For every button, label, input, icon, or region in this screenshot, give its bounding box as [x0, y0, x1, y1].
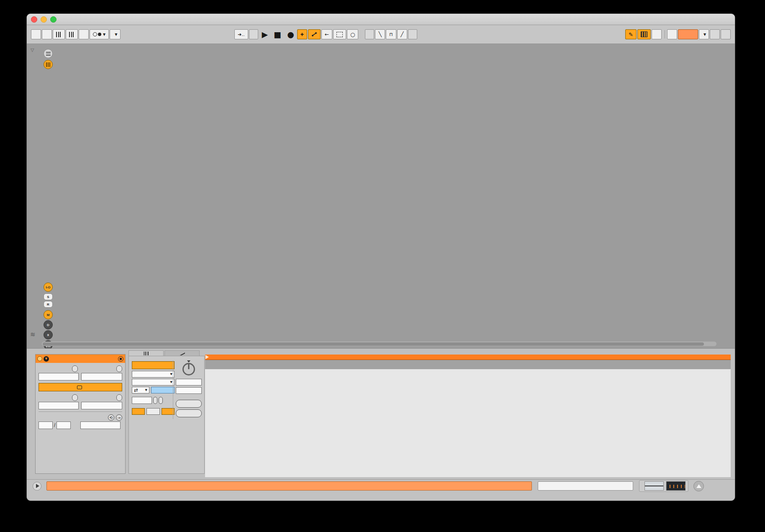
set-end-button[interactable] [116, 365, 122, 372]
groove-hotswap-icon[interactable]: ⟲ [108, 414, 114, 421]
transpose-knob[interactable] [182, 363, 195, 375]
session-record-button[interactable] [333, 29, 346, 39]
waveform-tab-icon [144, 352, 149, 355]
sample-properties-box: ⇄ [128, 356, 205, 474]
clip-title-bar[interactable]: ▼ [36, 355, 125, 363]
clip-overview[interactable] [538, 481, 633, 491]
fold-io-arrow-icon[interactable]: ▽ [31, 47, 34, 53]
warp-button[interactable] [132, 361, 175, 369]
horizontal-scrollbar[interactable] [42, 342, 716, 346]
clip-color-icon[interactable] [37, 356, 42, 361]
clip-detail-panel: ▼ [27, 348, 735, 479]
warp-mode-select[interactable] [132, 371, 175, 378]
computer-midi-keyboard-button[interactable] [637, 29, 651, 39]
show-crossfader-toggle[interactable]: X [44, 330, 53, 339]
nudge-up-button[interactable] [66, 29, 78, 39]
overdub-button[interactable]: + [297, 29, 307, 39]
loop-length-field[interactable] [81, 402, 122, 409]
set-length-button[interactable] [116, 394, 122, 401]
show-mixer-toggle[interactable]: M [44, 310, 53, 319]
tab-envelopes[interactable] [164, 350, 200, 356]
set-start-button[interactable] [72, 365, 78, 372]
draw-mode-button[interactable]: ✎ [625, 29, 637, 39]
loop-marker-band[interactable] [205, 360, 731, 369]
clip-end-field[interactable] [81, 373, 122, 380]
status-play-icon[interactable] [33, 482, 41, 491]
minimize-window-button[interactable] [41, 16, 47, 23]
chevron-down-icon: ▼ [115, 33, 117, 36]
play-button[interactable]: ▶ [262, 31, 268, 39]
automation-icon [311, 32, 317, 37]
clip-start-field[interactable] [39, 373, 79, 380]
fade-button[interactable] [132, 408, 145, 415]
tab-sample[interactable] [128, 350, 164, 356]
ram-button[interactable] [146, 408, 159, 415]
scrub-area[interactable] [205, 355, 731, 360]
loop-length-display[interactable] [408, 29, 417, 39]
right-rail: I-O S R M D X [41, 45, 735, 348]
chevron-down-icon: ▼ [103, 33, 105, 36]
pencil-icon: ✎ [629, 31, 633, 38]
title-bar[interactable] [27, 14, 735, 25]
loop-position-field[interactable] [39, 402, 79, 409]
key-map-button[interactable] [652, 29, 662, 39]
groove-select[interactable] [80, 421, 121, 429]
transient-loop-mode-select[interactable]: ⇄ [132, 387, 149, 393]
halve-bpm-button[interactable] [153, 397, 157, 404]
automation-arm-button[interactable] [308, 29, 321, 39]
edit-button[interactable] [176, 400, 202, 408]
hamburger-icon [46, 52, 51, 56]
session-view: ▽ ≋ I-O S R M D X [27, 44, 735, 348]
show-track-delay-toggle[interactable]: D [44, 320, 53, 329]
record-button[interactable]: ● [287, 31, 294, 39]
gain-field[interactable] [176, 387, 202, 394]
quantization-menu[interactable]: ▼ [110, 29, 121, 39]
waveform-display[interactable] [205, 369, 731, 477]
expand-status-icon[interactable] [693, 481, 704, 491]
punch-out-button[interactable]: ╱ [397, 29, 407, 39]
tap-tempo-button[interactable] [31, 29, 41, 39]
close-window-button[interactable] [31, 16, 37, 23]
clip-collapse-icon[interactable]: ▼ [44, 356, 49, 362]
cpu-menu-arrow[interactable]: ▼ [699, 29, 709, 39]
device-view-thumbnail[interactable] [666, 481, 685, 491]
scrollbar-thumb[interactable] [43, 342, 704, 346]
cpu-load-meter[interactable] [678, 29, 698, 39]
time-signature-field[interactable] [79, 29, 89, 39]
session-view-toggle[interactable] [44, 49, 53, 58]
transient-envelope-field[interactable] [151, 387, 175, 393]
piano-icon [641, 31, 647, 37]
zoom-window-button[interactable] [50, 16, 56, 23]
loop-button[interactable] [39, 383, 122, 391]
show-returns-toggle[interactable]: R [44, 301, 53, 308]
clip-view-thumbnail[interactable] [644, 481, 664, 491]
signature-denominator-field[interactable] [56, 421, 71, 429]
arrangement-position-display[interactable] [249, 29, 258, 39]
punch-in-button[interactable]: ╲ [375, 29, 385, 39]
audio-engine-message[interactable] [46, 481, 532, 491]
groove-commit-icon[interactable]: → [116, 414, 122, 421]
preserve-select[interactable] [132, 379, 175, 386]
crossfade-icon[interactable]: ≋ [30, 331, 36, 338]
loop-start-display[interactable] [365, 29, 374, 39]
show-io-toggle[interactable]: I-O [44, 283, 53, 292]
follow-button[interactable]: ➔‥ [234, 29, 248, 39]
midi-map-button[interactable] [667, 29, 677, 39]
segment-bpm-field[interactable] [132, 397, 152, 404]
double-bpm-button[interactable] [159, 397, 163, 404]
nudge-down-button[interactable] [53, 29, 65, 39]
beat-time-ruler[interactable] [205, 349, 731, 355]
tempo-field[interactable] [42, 29, 52, 39]
reenable-automation-button[interactable]: ← [321, 29, 332, 39]
show-sends-toggle[interactable]: S [44, 293, 53, 300]
clip-deactivate-icon[interactable] [118, 356, 123, 362]
loop-capture-button[interactable]: ○ [347, 29, 358, 39]
detune-field[interactable] [176, 379, 202, 386]
stop-button[interactable]: ■ [274, 31, 281, 39]
arrangement-view-toggle[interactable] [44, 60, 53, 69]
signature-numerator-field[interactable] [39, 421, 53, 429]
reverse-button[interactable] [176, 409, 202, 417]
metronome-button[interactable]: ▼ [90, 29, 109, 39]
set-position-button[interactable] [72, 394, 78, 401]
loop-switch-button[interactable]: ⊓ [386, 29, 396, 39]
